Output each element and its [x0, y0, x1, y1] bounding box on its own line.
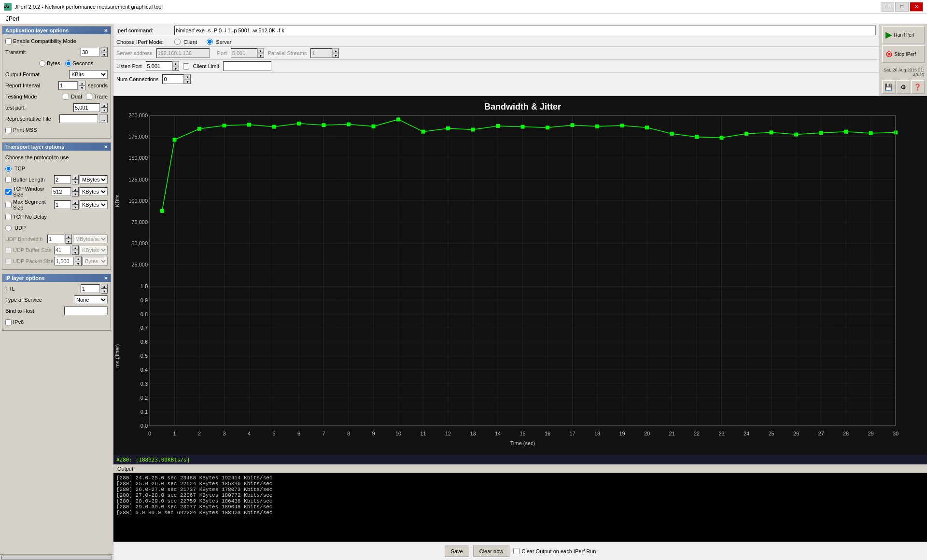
buffer-length-unit[interactable]: MBytes — [80, 175, 108, 184]
num-conn-down[interactable]: ▼ — [184, 79, 191, 84]
udp-packet-unit[interactable]: Bytes — [83, 257, 108, 266]
udp-packet-input[interactable] — [55, 257, 74, 266]
tos-select[interactable]: None — [74, 295, 108, 304]
udp-bandwidth-input[interactable] — [47, 235, 64, 243]
transmit-down[interactable]: ▼ — [101, 52, 108, 57]
tcp-win-down[interactable]: ▼ — [72, 192, 79, 196]
app-layer-collapse[interactable]: ✕ — [104, 28, 108, 33]
udp-buf-up[interactable]: ▲ — [72, 245, 79, 250]
clear-on-each-label[interactable]: Clear Output on each IPerf Run — [513, 548, 596, 554]
port-down[interactable]: ▼ — [257, 53, 264, 58]
server-option[interactable]: Server — [207, 39, 231, 45]
parallel-up[interactable]: ▲ — [332, 48, 339, 53]
report-interval-up[interactable]: ▲ — [79, 81, 85, 85]
buffer-length-checkbox[interactable] — [5, 177, 12, 183]
listen-port-input[interactable] — [146, 61, 172, 71]
udp-option[interactable]: UDP — [5, 225, 26, 231]
client-limit-input[interactable] — [223, 61, 271, 71]
transmit-up[interactable]: ▲ — [101, 47, 108, 52]
num-conn-up[interactable]: ▲ — [184, 74, 191, 79]
max-segment-unit[interactable]: KBytes — [80, 200, 108, 209]
tcp-nodelay-checkbox[interactable] — [5, 214, 12, 220]
ipv6-checkbox[interactable] — [5, 319, 12, 325]
port-input[interactable] — [231, 48, 257, 58]
seg-down[interactable]: ▼ — [72, 205, 79, 210]
buffer-up[interactable]: ▲ — [72, 175, 79, 180]
output-text[interactable]: [280] 24.0-25.0 sec 23488 KBytes 192414 … — [113, 473, 927, 542]
client-limit-checkbox[interactable] — [183, 63, 189, 70]
maximize-button[interactable]: □ — [895, 2, 909, 12]
udp-buffer-unit[interactable]: KBytes — [80, 246, 108, 254]
rep-file-input[interactable] — [59, 114, 98, 123]
udp-pkt-up[interactable]: ▲ — [75, 256, 82, 261]
max-segment-checkbox[interactable] — [5, 202, 12, 208]
close-button[interactable]: ✕ — [910, 2, 923, 12]
report-interval-down[interactable]: ▼ — [79, 85, 85, 90]
port-up[interactable]: ▲ — [257, 48, 264, 53]
bind-host-input[interactable] — [64, 307, 108, 315]
client-radio[interactable] — [174, 39, 181, 45]
server-addr-input[interactable] — [156, 48, 210, 58]
print-mss-checkbox[interactable] — [5, 127, 12, 133]
udp-bw-down[interactable]: ▼ — [65, 239, 72, 244]
seconds-option[interactable]: Seconds — [65, 60, 94, 67]
clear-now-button[interactable]: Clear now — [473, 546, 510, 557]
minimize-button[interactable]: — — [881, 2, 894, 12]
trade-checkbox[interactable] — [86, 94, 92, 100]
save-toolbar-button[interactable]: 💾 — [882, 80, 896, 94]
transport-layer-collapse[interactable]: ✕ — [104, 144, 108, 150]
save-button[interactable]: Save — [445, 546, 469, 557]
test-port-down[interactable]: ▼ — [101, 108, 108, 112]
udp-buffer-input[interactable] — [54, 246, 71, 254]
tcp-window-checkbox[interactable] — [5, 189, 12, 195]
bytes-radio[interactable] — [39, 60, 45, 67]
max-segment-input[interactable] — [54, 200, 71, 209]
client-option[interactable]: Client — [174, 39, 197, 45]
tcp-option[interactable]: TCP — [5, 166, 25, 172]
dual-checkbox[interactable] — [63, 94, 69, 100]
udp-bandwidth-unit[interactable]: MBytes/sec — [73, 235, 108, 243]
tcp-window-input[interactable] — [52, 187, 71, 196]
compat-mode-checkbox[interactable] — [5, 38, 12, 44]
udp-bw-up[interactable]: ▲ — [65, 234, 72, 239]
tcp-win-up[interactable]: ▲ — [72, 187, 79, 192]
settings-toolbar-button[interactable]: ⚙ — [897, 80, 910, 94]
output-format-select[interactable]: KBits — [69, 70, 108, 79]
udp-buf-down[interactable]: ▼ — [72, 250, 79, 255]
listen-down[interactable]: ▼ — [172, 66, 179, 71]
ttl-input[interactable] — [81, 284, 100, 293]
num-conn-input[interactable] — [162, 74, 184, 84]
report-interval-input[interactable] — [58, 81, 78, 90]
buffer-down[interactable]: ▼ — [72, 180, 79, 184]
udp-radio[interactable] — [5, 225, 12, 231]
parallel-input[interactable] — [310, 48, 332, 58]
menu-item-jperf[interactable]: JPerf — [4, 15, 21, 23]
transmit-input[interactable] — [81, 48, 100, 56]
parallel-down[interactable]: ▼ — [332, 53, 339, 58]
udp-buffer-checkbox[interactable] — [5, 247, 12, 253]
buffer-length-input[interactable] — [54, 175, 71, 184]
ip-layer-collapse[interactable]: ✕ — [104, 276, 108, 281]
listen-up[interactable]: ▲ — [172, 61, 179, 66]
tcp-radio[interactable] — [5, 166, 12, 172]
rep-file-browse[interactable]: ... — [99, 114, 108, 123]
seconds-radio[interactable] — [65, 60, 71, 67]
ttl-up[interactable]: ▲ — [101, 284, 108, 289]
buffer-length-arrows: ▲ ▼ — [72, 175, 79, 184]
seg-up[interactable]: ▲ — [72, 200, 79, 205]
run-iperf-button[interactable]: ▶ Run IPerf — [882, 26, 925, 43]
help-toolbar-button[interactable]: ❓ — [911, 80, 925, 94]
udp-packet-checkbox[interactable] — [5, 258, 12, 265]
stop-iperf-button[interactable]: ⊗ Stop IPerf — [882, 45, 925, 63]
clear-on-each-checkbox[interactable] — [513, 548, 520, 554]
test-port-input[interactable] — [73, 103, 100, 112]
run-icon: ▶ — [885, 29, 892, 40]
bytes-option[interactable]: Bytes — [39, 60, 60, 67]
iperf-command-input[interactable] — [174, 26, 876, 35]
server-radio[interactable] — [207, 39, 213, 45]
title-bar-controls[interactable]: — □ ✕ — [881, 2, 923, 12]
udp-pkt-down[interactable]: ▼ — [75, 261, 82, 266]
ttl-down[interactable]: ▼ — [101, 289, 108, 294]
tcp-window-unit[interactable]: KBytes — [80, 187, 108, 196]
test-port-up[interactable]: ▲ — [101, 103, 108, 108]
